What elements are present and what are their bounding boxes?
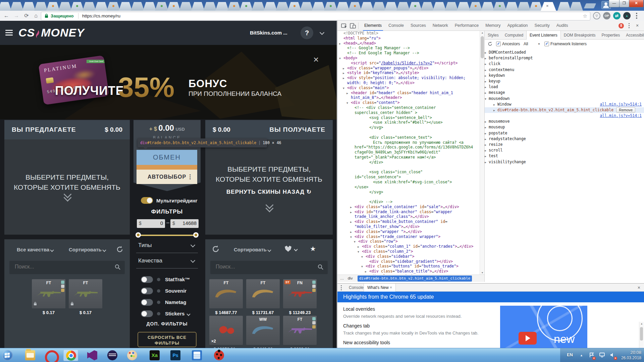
breadcrumb-selected[interactable]: div#trade-btn.btn.btn_v2.hint_aim_5.hint…	[358, 276, 472, 282]
types-dropdown[interactable]: Типы	[138, 242, 152, 249]
qualities-chevron-icon[interactable]	[191, 258, 195, 263]
elements-tree[interactable]: <!DOCTYPE html><html lang="ru">▶<head>…<…	[337, 31, 484, 275]
browser-tab[interactable]	[107, 2, 120, 11]
whats-new-entry-title[interactable]: Changes tab	[343, 323, 370, 328]
expand-icon[interactable]: ▶	[485, 67, 489, 73]
elements-scrollbar[interactable]: ▲ ▼	[480, 31, 484, 275]
listener-row[interactable]: ▶mousemove	[485, 119, 644, 124]
address-bar[interactable]: Защищено https://cs.money/ru ☆	[41, 12, 590, 20]
dark-extension-icon[interactable]: ▲	[623, 12, 631, 19]
expand-icon[interactable]: ▶	[485, 79, 489, 84]
devtools-tab-elements[interactable]: Elements	[361, 21, 385, 31]
browser-tab[interactable]	[312, 2, 325, 11]
price-min-input[interactable]	[142, 220, 164, 226]
toggle-stattrak[interactable]	[141, 276, 153, 283]
tree-line[interactable]: ▼<div class="sidebar">	[337, 254, 484, 259]
ancestors-checkbox[interactable]: ✓	[496, 42, 501, 46]
whats-new-scrollbar[interactable]: ▲ ▼	[639, 322, 644, 348]
start-button[interactable]	[2, 350, 13, 361]
tree-line[interactable]: ▼<div class="main">	[337, 85, 484, 90]
browser-tab[interactable]	[143, 2, 156, 11]
tree-line[interactable]: "mobile_filter_show">…</div>	[337, 224, 484, 229]
listener-row[interactable]: ▶keydown	[485, 73, 644, 78]
browser-tab[interactable]	[179, 2, 193, 11]
browser-tab[interactable]	[191, 2, 205, 11]
taskbar-bug-icon[interactable]	[212, 350, 226, 361]
browser-tab[interactable]	[215, 2, 229, 11]
tree-line[interactable]: <script src="/babeljs/Slider.js?v=2"></s…	[337, 61, 484, 66]
header-chevron-icon[interactable]	[320, 30, 324, 35]
toggle-stickers[interactable]	[141, 310, 153, 317]
search-input-left[interactable]	[14, 263, 102, 270]
browser-tab[interactable]	[324, 2, 337, 11]
tree-line[interactable]: ▶<div class="wrapper_popups">…</div>	[337, 66, 484, 71]
tree-line[interactable]: ▶<header id="header" class="header hint_…	[337, 90, 484, 96]
sidebar-tab-styles[interactable]: Styles	[485, 31, 502, 39]
framework-checkbox[interactable]: ✓	[544, 42, 549, 46]
tree-line[interactable]: width: 0; height: 0;">…</div>	[337, 80, 484, 85]
expand-icon[interactable]: ▶	[485, 136, 489, 142]
new-tab-button[interactable]	[584, 3, 596, 8]
all-filter-dropdown[interactable]: All	[524, 42, 528, 46]
tree-line[interactable]	[337, 194, 484, 199]
expand-icon[interactable]: ▶	[485, 56, 489, 61]
browser-tab[interactable]	[481, 2, 494, 11]
devtools-tab-application[interactable]: Application	[504, 21, 531, 31]
shield-extension-icon[interactable]: ▽	[593, 12, 600, 19]
multitrade-toggle[interactable]	[141, 197, 153, 204]
listener-row[interactable]: ▶contextmenu	[485, 67, 644, 73]
volume-muted-icon[interactable]: ✕	[610, 352, 616, 359]
tree-line[interactable]: cfageFOo_N489Lwn_3q5FYrKbiYw06Q/edit"	[337, 150, 484, 155]
taskbar-chrome-icon[interactable]	[63, 350, 78, 361]
home-icon[interactable]: ⌂	[32, 12, 40, 19]
browser-tab[interactable]	[155, 2, 168, 11]
listener-row[interactable]: ▶popstate	[485, 130, 644, 136]
expand-icon[interactable]: ▶	[485, 148, 489, 154]
sort-dropdown-left[interactable]: Сортировать	[69, 247, 106, 252]
tree-line[interactable]: ▼<div class="content">	[337, 100, 484, 105]
search-icon[interactable]	[318, 264, 324, 270]
browser-tab[interactable]	[70, 2, 84, 11]
network-icon[interactable]	[599, 352, 605, 359]
devtools-tab-memory[interactable]: Memory	[482, 21, 504, 31]
tree-line[interactable]: superclass_center hidden" >	[337, 110, 484, 115]
forward-icon[interactable]: →	[13, 12, 20, 19]
inventory-item[interactable]: FNST$ 11249.23	[283, 279, 317, 315]
op-extension-icon[interactable]: OP	[603, 12, 610, 19]
listener-row[interactable]: ▶Windowall.min.js?v=514:1	[485, 102, 644, 107]
types-chevron-icon[interactable]	[191, 243, 195, 247]
url-text[interactable]: https://cs.money/ru	[82, 13, 120, 18]
browser-tab[interactable]	[227, 2, 241, 11]
tree-line[interactable]: ▶<div style="position: absolute; visibil…	[337, 75, 484, 80]
expand-icon[interactable]: ▶	[485, 154, 489, 159]
devtools-tab-network[interactable]: Network	[429, 21, 451, 31]
tree-line[interactable]: <use xlink:href="#bell"></use>	[337, 120, 484, 125]
inventory-item[interactable]: FT$ 0.17	[69, 279, 102, 315]
tree-line[interactable]: ▼<div class="column_2">	[337, 249, 484, 254]
taskbar-xa-icon[interactable]: Xa	[147, 350, 162, 361]
browser-tab[interactable]	[457, 2, 470, 11]
tree-line[interactable]: <svg class="icon_close"	[337, 170, 484, 175]
browser-tab[interactable]	[252, 2, 265, 11]
expand-icon[interactable]: ▶	[493, 108, 497, 113]
minimize-button[interactable]: —	[609, 0, 620, 7]
trade-button[interactable]: ОБМЕН	[137, 150, 197, 165]
tree-line[interactable]: ▼<div class="trade_container wrapper">	[337, 234, 484, 239]
remove-listener-button[interactable]: Remove	[616, 107, 635, 113]
refresh-listeners-icon[interactable]	[487, 41, 493, 47]
drawer-menu-icon[interactable]	[341, 285, 342, 291]
qualities-dropdown[interactable]: Качества	[138, 257, 162, 264]
taskbar-vscode-icon[interactable]	[85, 350, 100, 361]
browser-tab[interactable]	[119, 2, 132, 11]
sidebar-tab-computed[interactable]: Computed	[502, 31, 526, 39]
error-badge[interactable]: 8	[619, 23, 624, 28]
expand-icon[interactable]: ▶	[485, 90, 489, 96]
tab-close-icon[interactable]: ×	[390, 285, 392, 290]
listener-row[interactable]: ▶test	[485, 153, 644, 159]
tree-line[interactable]: ▼<body>	[337, 56, 484, 61]
browser-tab[interactable]	[83, 2, 96, 11]
devtools-tab-performance[interactable]: Performance	[451, 21, 482, 31]
listener-row[interactable]: ▶scroll	[485, 147, 644, 153]
tree-line[interactable]: ▶<div class="wrapper ">…</div>	[337, 229, 484, 234]
balance-plus[interactable]: + $	[149, 126, 157, 132]
